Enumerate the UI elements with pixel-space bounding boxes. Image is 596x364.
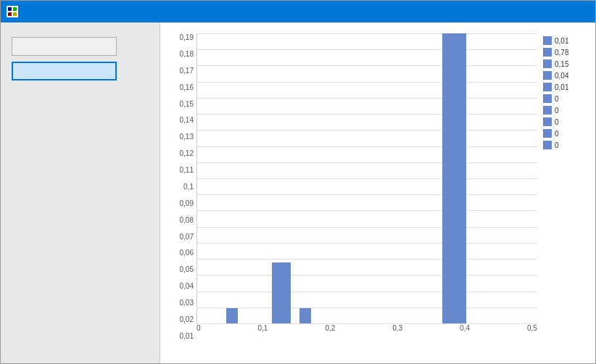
y-axis-label: 0,12: [180, 149, 194, 157]
y-axis-label: 0,13: [180, 133, 194, 141]
x-axis-label: 0,5: [527, 324, 537, 340]
app-icon: [7, 6, 18, 17]
y-axis-label: 0,18: [180, 50, 194, 58]
y-axis-label: 0,19: [180, 33, 194, 41]
legend-color-box: [543, 48, 552, 57]
legend-color-box: [543, 129, 552, 138]
legend-color-box: [543, 36, 552, 45]
legend-color-box: [543, 83, 552, 91]
legend-color-box: [543, 94, 552, 103]
grid-line: [197, 65, 537, 66]
legend-item: 0: [543, 141, 588, 149]
x-axis-label: 0,3: [392, 324, 402, 340]
legend-item: 0,78: [543, 48, 588, 57]
chart-bar: [299, 308, 311, 323]
y-axis-label: 0,08: [180, 216, 194, 224]
grid-line: [197, 275, 537, 276]
x-axis-label: 0,4: [460, 324, 470, 340]
grid-line: [197, 130, 537, 131]
app-window: 0,190,180,170,160,150,140,130,120,110,10…: [0, 0, 596, 364]
legend-item: 0: [543, 106, 588, 115]
legend-item: 0: [543, 117, 588, 126]
y-axis-label: 0,17: [180, 67, 194, 75]
maximize-button[interactable]: [547, 4, 568, 19]
x-axis-label: 0,1: [258, 324, 268, 340]
svg-rect-0: [8, 7, 12, 11]
svg-rect-1: [13, 7, 17, 11]
svg-rect-2: [8, 12, 12, 16]
y-axis-label: 0,07: [180, 233, 194, 241]
change-bar-width-button[interactable]: [12, 62, 117, 80]
svg-rect-3: [13, 12, 17, 16]
legend-item: 0,01: [543, 36, 588, 45]
y-axis-label: 0,03: [180, 299, 194, 307]
y-axis-label: 0,05: [180, 265, 194, 273]
legend-item: 0,15: [543, 59, 588, 68]
y-axis-label: 0,04: [180, 282, 194, 290]
y-axis-label: 0,16: [180, 83, 194, 91]
legend-label: 0,15: [555, 60, 568, 68]
chart-area: 0,190,180,170,160,150,140,130,120,110,10…: [160, 22, 595, 363]
legend-label: 0: [555, 130, 559, 138]
grid-line: [197, 291, 537, 292]
chart-legend: 0,010,780,150,040,0100000: [537, 33, 588, 356]
legend-label: 0: [555, 107, 559, 115]
grid-line: [197, 210, 537, 211]
legend-color-box: [543, 71, 552, 80]
legend-color-box: [543, 106, 552, 115]
legend-label: 0: [555, 118, 559, 126]
chart-bar: [226, 308, 238, 323]
chart-inner: 0,190,180,170,160,150,140,130,120,110,10…: [167, 33, 588, 356]
grid-line: [197, 178, 537, 179]
legend-item: 0: [543, 94, 588, 103]
legend-label: 0,04: [555, 72, 568, 80]
grid-line: [197, 114, 537, 115]
legend-color-box: [543, 141, 552, 149]
legend-label: 0: [555, 141, 559, 149]
y-axis: 0,190,180,170,160,150,140,130,120,110,10…: [167, 33, 196, 356]
y-axis-label: 0,14: [180, 116, 194, 124]
grid-line: [197, 82, 537, 83]
grid-line: [197, 227, 537, 228]
title-bar-left: [7, 6, 22, 17]
grid-line: [197, 146, 537, 147]
legend-color-box: [543, 59, 552, 68]
minimize-button[interactable]: [526, 4, 546, 19]
legend-label: 0,78: [555, 49, 568, 57]
window-controls: [526, 4, 589, 19]
legend-label: 0: [555, 95, 559, 103]
legend-label: 0,01: [555, 37, 568, 45]
chart-bar: [272, 262, 291, 323]
x-axis-label: 0,2: [325, 324, 335, 340]
y-axis-label: 0,11: [180, 166, 194, 174]
x-axis-label: 0: [196, 324, 201, 340]
sidebar: [1, 22, 160, 363]
y-axis-label: 0,15: [180, 100, 194, 108]
y-axis-label: 0,01: [180, 332, 194, 340]
grid-line: [197, 259, 537, 260]
grid-line: [197, 162, 537, 163]
export-to-image-button[interactable]: [12, 37, 117, 56]
x-axis: 00,10,20,30,40,5: [196, 324, 537, 340]
legend-item: 0,01: [543, 83, 588, 91]
y-axis-label: 0,09: [180, 199, 194, 207]
y-axis-label: 0,1: [183, 183, 194, 191]
legend-label: 0,01: [555, 83, 568, 91]
close-button[interactable]: [569, 4, 589, 19]
grid-line: [197, 243, 537, 244]
legend-item: 0,04: [543, 71, 588, 80]
y-axis-label: 0,02: [180, 315, 194, 323]
y-axis-label: 0,06: [180, 249, 194, 257]
title-bar: [1, 1, 595, 22]
grid-line: [197, 33, 537, 34]
grid-line: [197, 194, 537, 195]
grid-line: [197, 98, 537, 99]
grid-line: [197, 307, 537, 308]
content-area: 0,190,180,170,160,150,140,130,120,110,10…: [1, 22, 595, 363]
chart-plot: [196, 33, 537, 324]
legend-color-box: [543, 117, 552, 126]
grid-line: [197, 49, 537, 50]
chart-bar: [442, 33, 466, 323]
legend-item: 0: [543, 129, 588, 138]
